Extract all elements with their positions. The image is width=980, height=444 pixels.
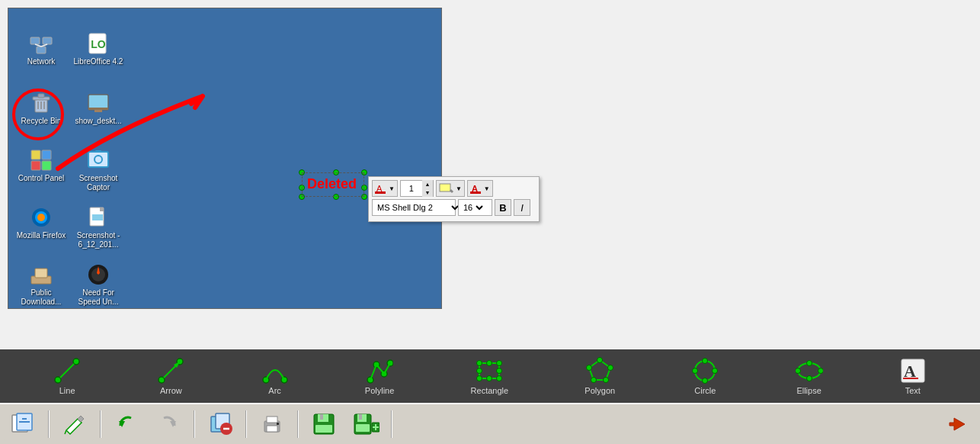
edit-btn[interactable] [56,407,94,441]
svg-rect-17 [42,150,51,159]
desktop-icon-screenshot-file[interactable]: Screenshot - 6_12_201... [72,205,125,249]
text-tool-icon: A [899,357,927,384]
libreoffice-icon: LO [86,31,110,56]
svg-rect-33 [375,191,386,194]
tool-circle[interactable]: Circle [684,354,726,398]
tool-polyline[interactable]: Polyline [357,354,402,398]
screenshot-file-label: Screenshot - 6_12_201... [72,231,125,249]
svg-rect-14 [88,108,108,110]
rectangle-icon [476,357,503,384]
new-capture-btn[interactable] [4,407,42,441]
arc-icon [261,357,289,384]
line-thickness-spinner[interactable]: 1 ▲ ▼ [400,180,434,197]
svg-rect-0 [30,37,40,44]
desktop-icon-public-download[interactable]: Public Download... [14,262,68,307]
svg-point-69 [693,368,698,374]
font-name-select[interactable]: MS Shell Dlg 2 Arial Times New Roman [374,202,461,213]
svg-marker-104 [950,418,965,430]
svg-point-53 [477,376,482,381]
text-label: Text [905,386,921,395]
tool-ellipse[interactable]: Ellipse [788,354,831,398]
tool-arrow[interactable]: Arrow [149,354,192,398]
tool-polygon[interactable]: Polygon [577,354,623,398]
svg-point-25 [37,214,45,221]
polyline-label: Polyline [365,386,395,395]
desktop-icon-show-desktop[interactable]: show_deskt... [72,91,125,126]
italic-button[interactable]: I [514,199,530,216]
svg-rect-90 [267,417,277,423]
font-size-dropdown[interactable]: 16 8 10 12 14 18 20 24 [458,199,492,216]
fill-color-btn[interactable]: ▼ [436,180,465,197]
svg-rect-80 [22,418,27,420]
canvas-area: Network LO LibreOffice 4.2 Recycle Bin s… [0,0,980,359]
svg-point-71 [806,361,812,366]
desktop-icon-recycle[interactable]: Recycle Bin [14,91,68,126]
print-btn[interactable] [253,407,291,441]
separator-1 [48,410,50,438]
undo-btn[interactable] [107,407,146,441]
firefox-icon [29,205,53,230]
text-box-container[interactable]: Deleted [302,172,364,197]
show-desktop-label: show_deskt... [75,117,121,126]
thickness-input[interactable]: 1 [401,184,422,193]
line-label: Line [59,386,75,395]
svg-rect-27 [92,214,103,220]
line-color-btn[interactable]: A ▼ [372,180,398,197]
desktop-icon-need-for-speed[interactable]: Need For Speed Un... [72,262,125,307]
tool-line[interactable]: Line [46,354,88,398]
arrow-label: Arrow [160,386,182,395]
svg-rect-15 [94,110,102,112]
save-btn[interactable] [305,407,343,441]
copy-delete-btn[interactable] [201,407,239,441]
desktop-icon-firefox[interactable]: Mozilla Firefox [14,205,68,240]
svg-point-62 [604,378,609,383]
bold-button[interactable]: B [495,199,511,216]
desktop-icon-screenshot-captor[interactable]: Screenshot Captor [72,148,125,192]
svg-rect-16 [31,150,40,159]
svg-rect-20 [88,152,108,167]
redo-btn[interactable] [149,407,187,441]
spinner-up[interactable]: ▲ [422,180,433,188]
svg-point-56 [487,376,492,381]
desktop-icon-libreoffice[interactable]: LO LibreOffice 4.2 [72,31,125,66]
svg-point-61 [608,365,613,371]
spinner-down[interactable]: ▼ [422,188,433,197]
separator-5 [297,410,299,438]
text-color-btn[interactable]: A ▼ [467,180,493,197]
arc-label: Arc [268,386,281,395]
drawing-toolbar: Line Arrow Arc [0,349,980,403]
arrow-icon [157,357,184,384]
tool-text[interactable]: A Text [892,354,934,398]
text-selection-box[interactable]: Deleted [302,172,364,197]
svg-point-73 [806,376,812,381]
rectangle-label: Rectangle [471,386,509,395]
svg-rect-100 [356,424,370,432]
svg-point-64 [587,365,592,371]
font-name-dropdown[interactable]: MS Shell Dlg 2 Arial Times New Roman [372,199,456,216]
svg-rect-9 [38,94,44,98]
tool-rectangle[interactable]: Rectangle [463,354,517,398]
desktop-icon-control-panel[interactable]: Control Panel [14,148,68,183]
screenshot-preview: Network LO LibreOffice 4.2 Recycle Bin s… [8,8,442,309]
desktop-icon-network[interactable]: Network [14,31,68,66]
save-as-btn[interactable] [347,407,385,441]
text-format-toolbar: A ▼ 1 ▲ ▼ ▼ A ▼ [368,176,540,222]
svg-line-82 [65,430,66,434]
separator-2 [100,410,101,438]
toolbar-row-1: A ▼ 1 ▲ ▼ ▼ A ▼ [372,180,536,197]
svg-rect-2 [37,47,46,53]
svg-point-67 [713,368,718,374]
network-icon [29,31,53,56]
tool-arc[interactable]: Arc [254,354,296,398]
separator-4 [245,410,247,438]
svg-line-39 [60,364,74,378]
svg-rect-1 [43,37,52,44]
close-btn[interactable] [938,407,976,441]
font-size-select[interactable]: 16 8 10 12 14 18 20 24 [460,202,485,213]
firefox-label: Mozilla Firefox [17,231,66,240]
svg-rect-96 [315,425,332,433]
svg-rect-95 [320,414,323,420]
polygon-label: Polygon [584,386,615,395]
toolbar-row-2: MS Shell Dlg 2 Arial Times New Roman 16 … [372,199,536,216]
svg-point-60 [597,358,603,363]
